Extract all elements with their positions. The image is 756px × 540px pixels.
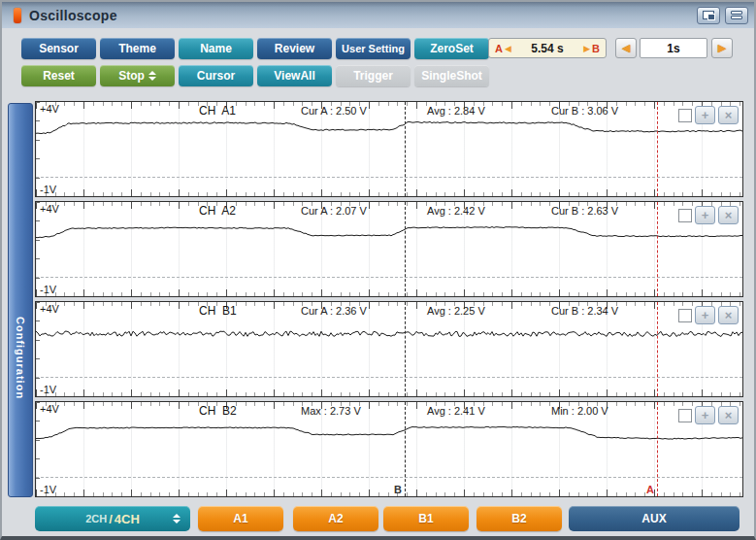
- bottom-bar: 2CH / 4CH A1 A2 B1 B2 AUX: [2, 501, 754, 536]
- restore-window-button[interactable]: [697, 7, 720, 24]
- panel-controls: + ×: [678, 406, 739, 424]
- oscilloscope-window: Oscilloscope Sensor Theme Name Review Us…: [0, 0, 756, 540]
- configuration-sidebar-tab[interactable]: Configuration: [8, 103, 33, 497]
- channel-select-checkbox[interactable]: [678, 309, 692, 322]
- run-stop-spinner-icon: [148, 71, 156, 81]
- expand-channel-button[interactable]: +: [695, 206, 715, 224]
- cursor-a-line[interactable]: [657, 302, 658, 396]
- timebase-decrease-button[interactable]: ◀: [615, 38, 637, 58]
- channel-select-checkbox[interactable]: [678, 209, 692, 222]
- cursor-b-line[interactable]: [405, 402, 406, 496]
- close-channel-button[interactable]: ×: [718, 406, 739, 424]
- window-shade-icon: [731, 11, 742, 19]
- stat-cur-a: Cur A : 2.36 V: [301, 305, 367, 317]
- cursor-button[interactable]: Cursor: [179, 65, 253, 86]
- stat-max: Max : 2.73 V: [301, 405, 361, 417]
- zeroset-button[interactable]: ZeroSet: [414, 38, 489, 59]
- plus-icon: +: [702, 409, 709, 422]
- user-setting-button[interactable]: User Setting: [336, 38, 411, 59]
- v-min-label: -1V: [40, 284, 56, 295]
- expand-channel-button[interactable]: +: [695, 406, 715, 424]
- aux-button[interactable]: AUX: [569, 506, 740, 531]
- channel-name: CH B2: [199, 404, 237, 418]
- app-icon: [14, 8, 21, 23]
- channel-stack: +4V -1V CH A1 Cur A : 2.50 V Avg : 2.84 …: [35, 101, 743, 501]
- channel-mode-selector[interactable]: 2CH / 4CH: [35, 506, 190, 531]
- v-max-label: +4V: [40, 303, 59, 315]
- window-shade-button[interactable]: [725, 7, 748, 24]
- stat-cur-a: Cur A : 2.50 V: [301, 105, 367, 117]
- channel-name: CH B1: [199, 304, 237, 318]
- channel-b2-button[interactable]: B2: [477, 506, 562, 531]
- waveform-ch-b2: [36, 402, 742, 496]
- stat-cur-b: Cur B : 3.06 V: [551, 105, 618, 117]
- channel-b1-button[interactable]: B1: [383, 506, 469, 531]
- channel-select-checkbox[interactable]: [678, 409, 692, 422]
- channel-panel-a2: +4V -1V CH A2 Cur A : 2.07 V Avg : 2.42 …: [35, 201, 743, 297]
- plus-icon: +: [702, 309, 709, 321]
- cursor-b-line[interactable]: [405, 202, 406, 296]
- v-max-label: +4V: [40, 203, 59, 215]
- v-min-label: -1V: [40, 384, 56, 395]
- reset-button[interactable]: Reset: [21, 65, 96, 86]
- expand-channel-button[interactable]: +: [695, 106, 715, 124]
- name-button[interactable]: Name: [179, 38, 253, 59]
- plus-icon: +: [702, 109, 709, 121]
- toolbar: Sensor Theme Name Review User Setting Ze…: [2, 28, 754, 99]
- channel-select-checkbox[interactable]: [678, 109, 692, 122]
- cursor-b-line[interactable]: [405, 102, 406, 196]
- cursor-b-tag: B: [394, 484, 402, 495]
- title-bar: Oscilloscope: [2, 2, 754, 28]
- waveform-ch-b1: [36, 302, 742, 396]
- waveform-ch-a2: [36, 202, 742, 296]
- stat-cur-a: Cur A : 2.07 V: [301, 205, 367, 217]
- cursor-a-label: A: [495, 43, 503, 54]
- mode-spinner-icon: [173, 514, 181, 523]
- timebase-increase-button[interactable]: ▶: [711, 38, 733, 58]
- cursor-a-line[interactable]: [657, 102, 658, 196]
- cursor-delta-value: 5.54 s: [513, 42, 581, 55]
- stat-avg: Avg : 2.25 V: [427, 305, 485, 317]
- close-icon: ×: [725, 309, 733, 321]
- stat-cur-b: Cur B : 2.34 V: [551, 305, 618, 317]
- left-arrow-icon: ◀: [622, 42, 630, 54]
- viewall-button[interactable]: ViewAll: [257, 65, 332, 86]
- stop-button[interactable]: Stop: [100, 65, 175, 86]
- singleshot-button[interactable]: SingleShot: [414, 65, 489, 86]
- configuration-label: Configuration: [15, 317, 26, 399]
- timebase-display: 1s: [640, 38, 707, 58]
- scope-area: Configuration +4V -1V CH A1 Cur A : 2.50…: [2, 99, 754, 501]
- expand-channel-button[interactable]: +: [695, 306, 715, 324]
- cursor-a-arrow-icon: ◀: [505, 44, 511, 53]
- channel-a1-button[interactable]: A1: [198, 506, 283, 531]
- channel-a2-button[interactable]: A2: [293, 506, 378, 531]
- channel-panel-b1: +4V -1V CH B1 Cur A : 2.36 V Avg : 2.25 …: [35, 301, 743, 397]
- cursor-b-line[interactable]: [405, 302, 406, 396]
- trigger-button[interactable]: Trigger: [336, 65, 411, 86]
- close-icon: ×: [725, 409, 733, 422]
- plus-icon: +: [702, 209, 709, 221]
- review-button[interactable]: Review: [257, 38, 332, 59]
- close-channel-button[interactable]: ×: [718, 106, 739, 124]
- stat-cur-b: Cur B : 2.63 V: [551, 205, 618, 217]
- close-channel-button[interactable]: ×: [718, 306, 739, 324]
- v-min-label: -1V: [40, 184, 56, 195]
- stat-avg: Avg : 2.42 V: [427, 205, 485, 217]
- panel-controls: + ×: [678, 306, 739, 324]
- theme-button[interactable]: Theme: [100, 38, 175, 59]
- channel-panel-b2: +4V -1V CH B2 Max : 2.73 V Avg : 2.41 V …: [35, 401, 743, 497]
- cursor-a-line[interactable]: [657, 202, 658, 296]
- panel-controls: + ×: [678, 106, 739, 124]
- v-max-label: +4V: [40, 403, 59, 415]
- channel-name: CH A2: [199, 204, 236, 218]
- close-channel-button[interactable]: ×: [718, 206, 739, 224]
- cursor-a-line[interactable]: [657, 402, 658, 496]
- cursor-a-tag: A: [646, 484, 654, 495]
- channel-name: CH A1: [199, 104, 236, 118]
- sensor-button[interactable]: Sensor: [21, 38, 96, 59]
- v-max-label: +4V: [40, 103, 59, 115]
- close-icon: ×: [725, 109, 733, 121]
- panel-controls: + ×: [678, 206, 739, 224]
- window-controls: [697, 7, 748, 24]
- close-icon: ×: [725, 209, 733, 221]
